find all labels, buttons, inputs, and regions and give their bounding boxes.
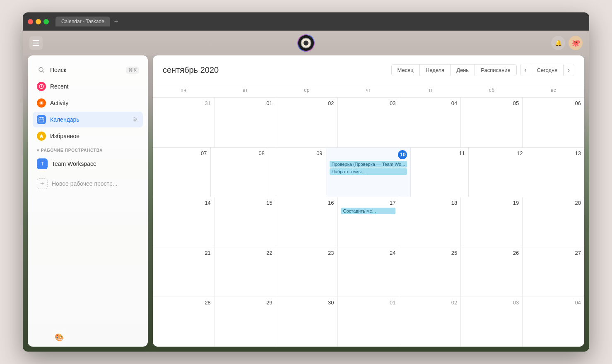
- calendar-event-1[interactable]: Проверка (Проверка — Team Wo...: [330, 161, 407, 168]
- calendar-day[interactable]: 08: [211, 148, 269, 197]
- day-header-fri: пт: [399, 83, 461, 97]
- menu-line: [33, 43, 39, 43]
- calendar-day[interactable]: 09: [268, 148, 326, 197]
- new-workspace-item[interactable]: + Новое рабочее простр...: [33, 175, 143, 192]
- day-headers: пн вт ср чт пт сб вс: [153, 83, 584, 98]
- calendar-day-10[interactable]: 10 Проверка (Проверка — Team Wo... Набра…: [326, 148, 411, 197]
- calendar-day[interactable]: 04: [399, 98, 461, 147]
- calendar-icon: [37, 115, 46, 124]
- calendar-day[interactable]: 05: [461, 98, 523, 147]
- calendar-day[interactable]: 30: [276, 297, 338, 347]
- sidebar-item-recent[interactable]: Recent: [33, 79, 143, 94]
- calendar-day[interactable]: 22: [214, 247, 276, 297]
- notifications-button[interactable]: 🔔: [551, 36, 565, 50]
- today-button[interactable]: Сегодня: [531, 65, 564, 76]
- view-day-button[interactable]: День: [451, 65, 475, 76]
- menu-line: [33, 45, 39, 46]
- calendar-day[interactable]: 15: [214, 197, 276, 247]
- calendar-controls: Месяц Неделя День Расписание ‹ Сегодня ›: [391, 64, 574, 76]
- prev-button[interactable]: ‹: [520, 64, 531, 76]
- favorites-icon: [37, 132, 46, 141]
- logo-ring: [297, 34, 315, 52]
- calendar-day[interactable]: 06: [523, 98, 584, 147]
- sidebar-item-favorites[interactable]: Избранное: [33, 128, 143, 144]
- calendar-day[interactable]: 03: [338, 98, 400, 147]
- sidebar-item-activity[interactable]: Activity: [33, 95, 143, 111]
- svg-point-3: [41, 102, 43, 104]
- view-schedule-button[interactable]: Расписание: [475, 65, 516, 76]
- sidebar: Поиск ⌘ K Recent: [28, 55, 148, 347]
- calendar-day[interactable]: 23: [276, 247, 338, 297]
- calendar-day[interactable]: 19: [461, 197, 523, 247]
- calendar-day[interactable]: 07: [153, 148, 211, 197]
- menu-button[interactable]: [29, 36, 43, 50]
- calendar-day[interactable]: 21: [153, 247, 214, 297]
- svg-line-1: [43, 71, 44, 72]
- shortcut-key: K: [134, 67, 137, 72]
- day-number: 19: [464, 200, 519, 206]
- calendar-day[interactable]: 13: [526, 148, 584, 197]
- new-tab-button[interactable]: +: [112, 18, 120, 25]
- activity-icon: [37, 98, 46, 108]
- calendar-day[interactable]: 26: [461, 247, 523, 297]
- calendar-day[interactable]: 27: [523, 247, 584, 297]
- active-tab[interactable]: Calendar - Taskade: [55, 17, 110, 26]
- day-number: 12: [472, 150, 523, 156]
- day-number: 30: [279, 299, 334, 306]
- menu-line: [33, 40, 39, 41]
- day-number: 15: [218, 200, 272, 206]
- workspace-avatar: T: [37, 158, 48, 169]
- calendar-day[interactable]: 14: [153, 197, 214, 247]
- chevron-down-icon: ▾: [37, 148, 39, 153]
- search-item[interactable]: Поиск ⌘ K: [33, 62, 143, 78]
- calendar-event-3[interactable]: Составить ме...: [341, 208, 396, 214]
- avatar-button[interactable]: 🐙: [569, 36, 583, 50]
- calendar-day[interactable]: 29: [214, 297, 276, 347]
- calendar-day[interactable]: 03: [461, 297, 523, 347]
- logo-inner: [298, 35, 314, 51]
- calendar-day[interactable]: 20: [523, 197, 584, 247]
- day-number: 11: [414, 150, 465, 156]
- calendar-day[interactable]: 31: [153, 98, 214, 147]
- calendar-day[interactable]: 04: [523, 297, 584, 347]
- calendar-day[interactable]: 25: [399, 247, 461, 297]
- view-month-button[interactable]: Месяц: [392, 65, 420, 76]
- calendar-day[interactable]: 01: [214, 98, 276, 147]
- calendar-day[interactable]: 16: [276, 197, 338, 247]
- day-number: 22: [218, 250, 272, 256]
- topbar-right: 🔔 🐙: [551, 36, 583, 50]
- day-number: 20: [526, 200, 581, 206]
- day-number: 14: [156, 200, 211, 206]
- palette-button[interactable]: 🎨: [52, 330, 67, 345]
- calendar-week-1: 31 01 02 03 04: [153, 98, 584, 148]
- calendar-event-2[interactable]: Набрать темы...: [330, 168, 407, 175]
- topbar: 🔔 🐙: [23, 31, 589, 55]
- calendar-day[interactable]: 11: [411, 148, 469, 197]
- day-number: 04: [526, 299, 581, 306]
- next-button[interactable]: ›: [564, 64, 574, 76]
- day-number: 03: [464, 299, 519, 306]
- workspace-item-team[interactable]: T Team Workspace: [33, 155, 143, 172]
- app-window: Calendar - Taskade +: [23, 12, 589, 352]
- close-button[interactable]: [28, 19, 33, 24]
- calendar-day[interactable]: 02: [399, 297, 461, 347]
- calendar-week-2: 07 08 09 10 Проверка (Проверка — Team Wo…: [153, 148, 584, 198]
- calendar-day[interactable]: 02: [276, 98, 338, 147]
- view-week-button[interactable]: Неделя: [420, 65, 451, 76]
- sidebar-item-calendar[interactable]: Календарь: [33, 112, 143, 127]
- maximize-button[interactable]: [43, 19, 49, 24]
- calendar-week-5: 28 29 30 01 02: [153, 297, 584, 347]
- calendar-day-17[interactable]: 17 Составить ме...: [338, 197, 400, 247]
- minimize-button[interactable]: [36, 19, 41, 24]
- calendar-day[interactable]: 12: [469, 148, 527, 197]
- traffic-lights: [28, 19, 49, 24]
- calendar-day[interactable]: 28: [153, 297, 214, 347]
- tab-label: Calendar - Taskade: [61, 19, 104, 24]
- calendar-day[interactable]: 24: [338, 247, 400, 297]
- calendar-day[interactable]: 01: [338, 297, 400, 347]
- calendar-day[interactable]: 18: [399, 197, 461, 247]
- day-header-mon: пн: [153, 83, 214, 97]
- calendar-week-3: 14 15 16 17 Составить ме...: [153, 197, 584, 247]
- app-container: 🔔 🐙 Поиск: [23, 31, 589, 352]
- day-number: 27: [526, 250, 581, 256]
